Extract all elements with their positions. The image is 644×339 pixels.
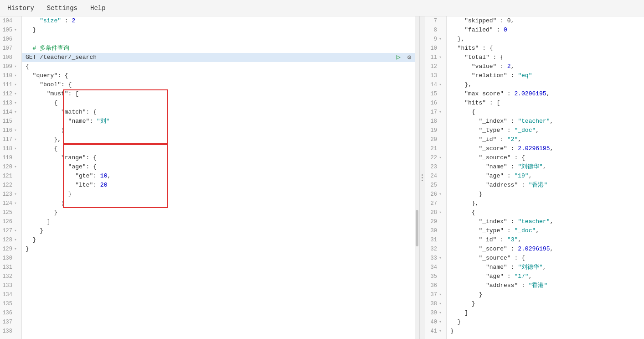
fold-arrow[interactable] — [438, 265, 443, 270]
fold-arrow[interactable]: ▾ — [438, 292, 443, 297]
panel-divider[interactable] — [419, 16, 425, 339]
fold-arrow[interactable]: ▾ — [438, 37, 443, 42]
fold-arrow[interactable] — [438, 165, 443, 169]
line-num-text: 28 — [426, 208, 437, 217]
left-code-content[interactable]: "size" : 2 } # 多条件查询GET /teacher/_search… — [22, 16, 419, 339]
line-num-text: 114 — [1, 108, 12, 117]
fold-arrow[interactable]: ▾ — [13, 247, 18, 251]
fold-arrow[interactable]: ▾ — [13, 137, 18, 142]
fold-arrow[interactable] — [438, 137, 443, 142]
fold-arrow[interactable]: ▾ — [13, 64, 18, 69]
fold-arrow[interactable]: ▾ — [438, 110, 443, 115]
fold-arrow[interactable] — [13, 311, 18, 315]
fold-arrow[interactable]: ▾ — [438, 320, 443, 324]
fold-arrow[interactable] — [438, 128, 443, 133]
code-token: "age": { — [26, 163, 97, 170]
fold-arrow[interactable] — [438, 274, 443, 279]
fold-arrow[interactable] — [438, 238, 443, 242]
fold-arrow[interactable] — [438, 201, 443, 206]
fold-arrow[interactable] — [438, 146, 443, 151]
fold-arrow[interactable]: ▾ — [13, 229, 18, 233]
line-num-text: 116 — [1, 126, 12, 135]
fold-arrow[interactable]: ▾ — [13, 128, 18, 133]
fold-arrow[interactable] — [13, 219, 18, 224]
fold-arrow[interactable] — [13, 183, 18, 188]
fold-arrow[interactable] — [13, 156, 18, 160]
fold-arrow[interactable] — [438, 28, 443, 32]
code-line-118: { — [22, 144, 419, 153]
menu-help[interactable]: Help — [88, 4, 108, 13]
line-num-text: 130 — [1, 254, 12, 263]
code-line-38: } — [447, 299, 644, 308]
fold-arrow[interactable]: ▾ — [438, 55, 443, 60]
fold-arrow[interactable] — [13, 46, 18, 51]
line-num-text: 7 — [426, 16, 437, 26]
fold-arrow[interactable] — [438, 219, 443, 224]
fold-arrow[interactable]: ▾ — [13, 201, 18, 206]
fold-arrow[interactable] — [438, 19, 443, 23]
line-number-112: 112▾ — [0, 89, 21, 99]
menu-settings[interactable]: Settings — [45, 4, 79, 13]
fold-arrow[interactable]: ▾ — [438, 156, 443, 160]
code-token: } — [26, 236, 36, 243]
code-line-19: "_type" : "_doc", — [447, 126, 644, 135]
fold-arrow[interactable] — [438, 283, 443, 288]
fold-arrow[interactable] — [438, 64, 443, 69]
menu-history[interactable]: History — [5, 4, 36, 13]
fold-arrow[interactable]: ▾ — [438, 256, 443, 261]
line-number-12: 12 — [425, 62, 446, 71]
fold-arrow[interactable] — [13, 265, 18, 270]
fold-arrow[interactable] — [13, 55, 18, 60]
line-number-33: 33▾ — [425, 254, 446, 263]
fold-arrow[interactable] — [13, 302, 18, 306]
fold-arrow[interactable] — [13, 174, 18, 178]
line-number-38: 38▾ — [425, 299, 446, 308]
fold-arrow[interactable] — [438, 92, 443, 96]
fold-arrow[interactable] — [13, 19, 18, 23]
fold-arrow[interactable] — [438, 101, 443, 105]
fold-arrow[interactable] — [438, 183, 443, 188]
fold-arrow[interactable]: ▾ — [13, 28, 18, 32]
right-code-content[interactable]: "skipped" : 0, "failed" : 0 }, "hits" : … — [447, 16, 644, 339]
left-scrollbar-track[interactable] — [415, 16, 419, 339]
code-line-106 — [22, 35, 419, 44]
fold-arrow[interactable] — [438, 46, 443, 51]
fold-arrow[interactable] — [13, 256, 18, 261]
fold-arrow[interactable] — [13, 292, 18, 297]
fold-arrow[interactable]: ▾ — [438, 192, 443, 197]
fold-arrow[interactable] — [13, 210, 18, 215]
code-token: "_id" : — [450, 236, 507, 243]
fold-arrow[interactable]: ▾ — [13, 92, 18, 96]
fold-arrow[interactable]: ▾ — [438, 210, 443, 215]
fold-arrow[interactable]: ▾ — [438, 329, 443, 334]
fold-arrow[interactable]: ▾ — [13, 146, 18, 151]
line-number-24: 24 — [425, 172, 446, 181]
fold-arrow[interactable]: ▾ — [13, 238, 18, 242]
search-icon[interactable]: ⚙ — [405, 53, 413, 62]
fold-arrow[interactable] — [438, 247, 443, 251]
fold-arrow[interactable]: ▾ — [438, 83, 443, 87]
play-button-icon[interactable]: ▷ — [394, 53, 402, 62]
fold-arrow[interactable] — [438, 174, 443, 178]
fold-arrow[interactable] — [13, 274, 18, 279]
fold-arrow[interactable]: ▾ — [438, 311, 443, 315]
fold-arrow[interactable] — [13, 283, 18, 288]
fold-arrow[interactable]: ▾ — [13, 83, 18, 87]
fold-arrow[interactable] — [13, 329, 18, 334]
fold-arrow[interactable] — [13, 37, 18, 42]
fold-arrow[interactable] — [13, 320, 18, 324]
fold-arrow[interactable] — [13, 119, 18, 124]
fold-arrow[interactable]: ▾ — [438, 302, 443, 306]
fold-arrow[interactable] — [438, 229, 443, 233]
fold-arrow[interactable]: ▾ — [13, 101, 18, 105]
code-token: } — [26, 200, 65, 207]
left-scrollbar-thumb[interactable] — [416, 210, 418, 246]
code-line-28: { — [447, 208, 644, 217]
fold-arrow[interactable] — [438, 73, 443, 78]
fold-arrow[interactable]: ▾ — [13, 165, 18, 169]
line-number-124: 124▾ — [0, 199, 21, 208]
fold-arrow[interactable]: ▾ — [13, 73, 18, 78]
fold-arrow[interactable] — [438, 119, 443, 124]
fold-arrow[interactable]: ▾ — [13, 110, 18, 115]
fold-arrow[interactable]: ▾ — [13, 192, 18, 197]
